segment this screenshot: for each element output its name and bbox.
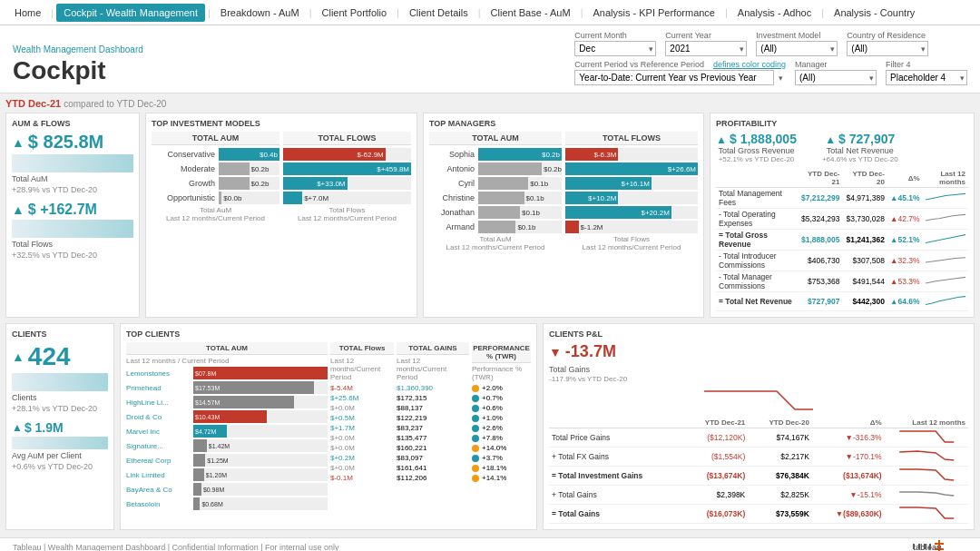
investment-model-select[interactable]: (All) [756,41,838,56]
clients-mini-chart [12,373,108,391]
profitability-panel: PROFITABILITY ▲ $ 1,888,005 Total Gross … [710,113,975,318]
tc-link: Link Limited $1.20M [126,468,328,481]
manager-wrapper[interactable]: (All) [795,70,877,85]
manager-select[interactable]: (All) [795,70,877,85]
inv-flows-row-2: $+33.0M [283,177,411,190]
table-row: + Total Gains $2,398K $2,825K ▼-15.1% [549,486,968,505]
nav-analysis-country[interactable]: Analysis - Country [827,4,922,22]
nav-analysis-adhoc[interactable]: Analysis - Adhoc [730,4,818,22]
aum-flows-panel: AuM & FLOWS ▲ $ 825.8M Total AuM +28.9% … [5,113,140,318]
current-year-wrapper[interactable]: 2021 [665,41,747,56]
total-flows-change: +32.5% vs YTD Dec-20 [12,251,133,260]
total-gains-value: -13.7M [565,342,616,361]
nav-breakdown[interactable]: Breakdown - AuM [213,4,307,22]
bottom-row: CLIENTS ▲ 424 Clients +28.1% vs YTD Dec-… [5,323,975,530]
current-month-wrapper[interactable]: Dec [574,41,656,56]
clients-left-panel: CLIENTS ▲ 424 Clients +28.1% vs YTD Dec-… [5,323,114,530]
current-year-select[interactable]: 2021 [665,41,747,56]
top-clients-panel: TOP CLIENTS TOTAL AUM Last 12 months / C… [120,323,537,530]
tc-prime: Primehead $17.53M [126,381,328,394]
total-gains-down-icon: ▼ [549,345,562,359]
net-up-icon: ▲ [825,133,836,146]
tc-droid: Droid & Co $10.43M [126,410,328,423]
filter-row-1: Current Month Dec Current Year 2021 [574,31,967,56]
mgr-aum-title: TOTAL AUM [429,132,562,145]
mgr-flows-title: TOTAL FLOWS [565,132,698,145]
inv-flows-row-3: $+7.0M [283,192,411,204]
filter-period: Current Period vs Reference Period defin… [574,60,786,85]
avg-aum-block: ▲ $ 1.9M Avg AuM per Client +0.6% vs YTD… [12,420,108,471]
avg-aum-change: +0.6% vs YTD Dec-20 [12,462,108,471]
filter-manager: Manager (All) [795,60,877,85]
mgr-flows-armand: $-1.2M [565,221,698,233]
nav-bar: Home | Cockpit - Wealth Management | Bre… [0,0,980,25]
footer: Tableau | Wealth Management Dashboard | … [0,537,980,551]
gross-revenue-label: Total Gross Revenue [716,146,797,155]
inv-aum-row-0: Conservative $0.4b [152,148,279,161]
filter-current-month: Current Month Dec [574,31,656,56]
net-revenue-metric: ▲ $ 727,907 Total Net Revenue +64.6% vs … [822,132,898,163]
tc-sig: Signature... $1.42M [126,439,328,452]
mgr-flows-cyril: $+16.1M [565,177,698,190]
clients-label: Clients [12,393,108,402]
total-aum-label: Total AuM [12,174,133,183]
table-row: - Total Operating Expenses $5,324,293 $3… [716,209,968,230]
inv-flows-row-0: $-62.9M [283,148,411,161]
aum-mini-chart [12,154,133,172]
total-aum-change: +28.9% vs YTD Dec-20 [12,185,133,194]
tc-gains-col: TOTAL GAINS Last 12 months/Current Perio… [397,342,469,512]
filter4-wrapper[interactable]: Placeholder 4 [886,70,967,85]
tc-lemon: Lemonstones $07.8M [126,367,328,379]
table-row: - Total Introducer Commissions $406,730 … [716,251,968,271]
inv-aum-title: TOTAL AUM [152,132,279,145]
top-inv-sub-panels: TOTAL AUM Conservative $0.4b Moderate $0… [152,132,411,222]
inv-aum-row-1: Moderate $0.2b [152,162,279,175]
period-label-container: Current Period vs Reference Period defin… [574,60,786,69]
header: Wealth Management Dashboard Cockpit Curr… [0,25,980,93]
table-row: = Total Net Revenue $727,907 $442,300 ▲6… [716,292,968,311]
inv-flows-sub: TOTAL FLOWS $-62.9M $+459.8M $+33.0M [283,132,411,222]
clients-change: +28.1% vs YTD Dec-20 [12,404,108,413]
total-aum-value: $ 825.8M [28,132,103,153]
net-revenue-change: +64.6% vs YTD Dec-20 [822,155,898,163]
header-filters: Current Month Dec Current Year 2021 [574,31,967,85]
subtitle: Wealth Management Dashboard [13,44,143,54]
nav-client-details[interactable]: Client Details [402,4,475,22]
total-flows-block: ▲ $ +162.7M Total Flows +32.5% vs YTD De… [12,202,133,260]
nav-client-base[interactable]: Client Base - AuM [484,4,578,22]
period-wrapper[interactable]: Year-to-Date: Current Year vs Previous Y… [574,70,786,85]
country-select[interactable]: (All) [847,41,928,56]
table-row: - Total Manager Commissions $753,368 $49… [716,271,968,292]
period-select[interactable]: Year-to-Date: Current Year vs Previous Y… [574,70,774,85]
current-month-select[interactable]: Dec [574,41,656,56]
nav-client-portfolio[interactable]: Client Portfolio [315,4,395,22]
total-aum-block: ▲ $ 825.8M Total AuM +28.9% vs YTD Dec-2… [12,132,133,194]
investment-model-wrapper[interactable]: (All) [756,41,838,56]
mgr-aum-sub: TOTAL AUM Sophia $0.2b Antonio $0.2b [429,132,562,251]
mgr-flows-antonio: $+26.6M [565,162,698,175]
profitability-title: PROFITABILITY [716,119,968,128]
nav-analysis-kpi[interactable]: Analysis - KPI Performance [586,4,723,22]
filter-row-2: Current Period vs Reference Period defin… [574,60,967,85]
header-left: Wealth Management Dashboard Cockpit [13,44,143,85]
top-investment-panel: TOP INVESTMENT MODELS TOTAL AUM Conserva… [145,113,417,318]
ytd-label: YTD Dec-21 [5,98,61,109]
tc-flows-col: TOTAL Flows Last 12 months/Current Perio… [330,342,394,512]
filter-country: Country of Residence (All) [847,31,928,56]
top-managers-panel: TOP MANAGERS TOTAL AUM Sophia $0.2b Anto… [423,113,704,318]
tc-eth: Ethereal Corp $1.25M [126,454,328,467]
nav-cockpit[interactable]: Cockpit - Wealth Management [56,4,205,22]
filter4-select[interactable]: Placeholder 4 [886,70,967,85]
nav-home[interactable]: Home [7,4,48,22]
aum-flows-title: AuM & FLOWS [12,119,133,128]
tc-aum-title: TOTAL AUM [126,342,328,355]
inv-aum-sub: TOTAL AUM Conservative $0.4b Moderate $0… [152,132,279,222]
mgr-flows-jonathan: $+20.2M [565,206,698,219]
flows-mini-chart [12,220,133,238]
clients-pnl-panel: CLIENTS P&L ▼ -13.7M Total Gains -117.9%… [543,323,975,530]
managers-sub-panels: TOTAL AUM Sophia $0.2b Antonio $0.2b [429,132,698,251]
clients-title: CLIENTS [12,330,108,339]
country-wrapper[interactable]: (All) [847,41,928,56]
total-flows-label: Total Flows [12,240,133,249]
gains-mini-chart [549,387,968,414]
